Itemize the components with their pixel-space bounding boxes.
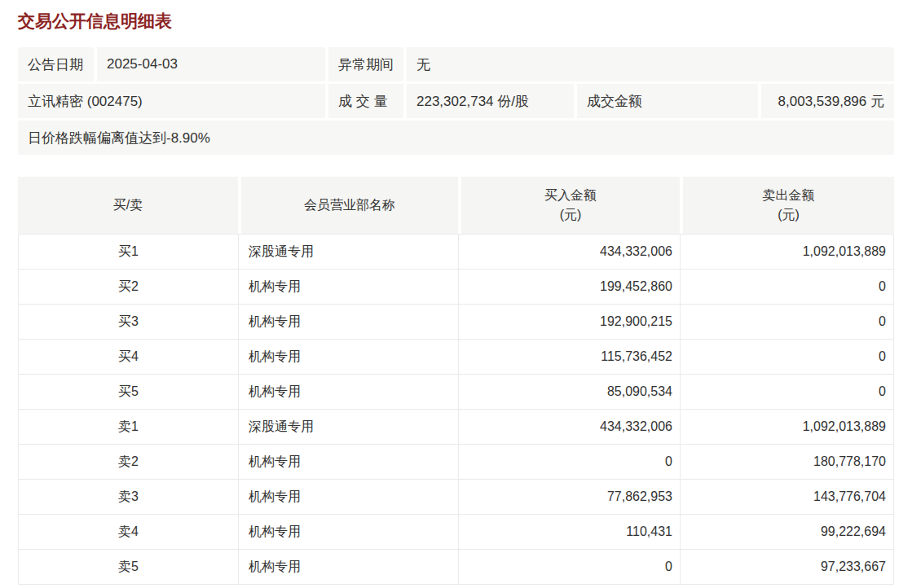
cell-side: 卖3: [19, 480, 238, 514]
header-branch: 会员营业部名称: [238, 177, 458, 234]
summary-info-table: 公告日期 2025-04-03 异常期间 无 立讯精密 (002475) 成 交…: [18, 47, 894, 155]
table-body: 买1 深股通专用 434,332,006 1,092,013,889 买2 机构…: [18, 234, 894, 585]
trade-disclosure-page: 交易公开信息明细表 公告日期 2025-04-03 异常期间 无 立讯精密 (0…: [0, 0, 912, 585]
cell-branch: 机构专用: [238, 340, 458, 374]
cell-sell: 0: [680, 270, 893, 304]
cell-buy: 85,090,534: [458, 375, 680, 409]
abnormal-period-value: 无: [407, 47, 894, 81]
cell-buy: 115,736,452: [458, 340, 680, 374]
volume-label: 成 交 量: [328, 84, 403, 118]
table-row: 买4 机构专用 115,736,452 0: [19, 339, 893, 374]
header-side: 买/卖: [18, 177, 238, 234]
cell-sell: 0: [680, 305, 893, 339]
turnover-value: 8,003,539,896 元: [761, 84, 894, 118]
header-sell-amount: 卖出金额 (元): [680, 177, 894, 234]
table-row: 卖3 机构专用 77,862,953 143,776,704: [19, 479, 893, 514]
cell-side: 卖4: [19, 515, 238, 549]
broker-seat-table: 买/卖 会员营业部名称 买入金额 (元) 卖出金额 (元) 买1 深股通专用 4…: [18, 177, 894, 585]
cell-branch: 机构专用: [238, 270, 458, 304]
cell-branch: 机构专用: [238, 445, 458, 479]
table-row: 卖1 深股通专用 434,332,006 1,092,013,889: [19, 409, 893, 444]
cell-buy: 0: [458, 445, 680, 479]
table-row: 买5 机构专用 85,090,534 0: [19, 374, 893, 409]
table-row: 买2 机构专用 199,452,860 0: [19, 269, 893, 304]
deviation-note: 日价格跌幅偏离值达到-8.90%: [18, 121, 894, 155]
cell-sell: 0: [680, 340, 893, 374]
cell-sell: 1,092,013,889: [680, 235, 893, 269]
cell-side: 卖5: [19, 550, 238, 584]
cell-side: 卖2: [19, 445, 238, 479]
cell-buy: 110,431: [458, 515, 680, 549]
volume-value: 223,302,734 份/股: [407, 84, 574, 118]
cell-side: 买1: [19, 235, 238, 269]
table-row: 买3 机构专用 192,900,215 0: [19, 304, 893, 339]
cell-buy: 434,332,006: [458, 235, 680, 269]
cell-sell: 97,233,667: [680, 550, 893, 584]
cell-branch: 深股通专用: [238, 410, 458, 444]
cell-side: 买3: [19, 305, 238, 339]
cell-side: 买4: [19, 340, 238, 374]
info-row-stock: 立讯精密 (002475) 成 交 量 223,302,734 份/股 成交金额…: [18, 84, 894, 118]
cell-buy: 0: [458, 550, 680, 584]
cell-buy: 77,862,953: [458, 480, 680, 514]
cell-side: 买5: [19, 375, 238, 409]
abnormal-period-label: 异常期间: [328, 47, 403, 81]
cell-branch: 机构专用: [238, 515, 458, 549]
header-buy-amount: 买入金额 (元): [458, 177, 680, 234]
table-row: 卖5 机构专用 0 97,233,667: [19, 549, 893, 584]
announce-date-label: 公告日期: [18, 47, 94, 81]
table-row: 卖2 机构专用 0 180,778,170: [19, 444, 893, 479]
cell-sell: 143,776,704: [680, 480, 893, 514]
cell-sell: 180,778,170: [680, 445, 893, 479]
table-row: 买1 深股通专用 434,332,006 1,092,013,889: [19, 235, 893, 269]
stock-name-code: 立讯精密 (002475): [18, 84, 325, 118]
cell-side: 卖1: [19, 410, 238, 444]
table-header-row: 买/卖 会员营业部名称 买入金额 (元) 卖出金额 (元): [18, 177, 894, 234]
cell-branch: 机构专用: [238, 550, 458, 584]
cell-branch: 机构专用: [238, 480, 458, 514]
cell-sell: 0: [680, 375, 893, 409]
announce-date-value: 2025-04-03: [97, 47, 325, 81]
cell-side: 买2: [19, 270, 238, 304]
cell-sell: 99,222,694: [680, 515, 893, 549]
table-row: 卖4 机构专用 110,431 99,222,694: [19, 514, 893, 549]
cell-buy: 434,332,006: [458, 410, 680, 444]
page-title: 交易公开信息明细表: [18, 10, 894, 33]
info-row-deviation: 日价格跌幅偏离值达到-8.90%: [18, 121, 894, 155]
turnover-label: 成交金额: [577, 84, 758, 118]
cell-sell: 1,092,013,889: [680, 410, 893, 444]
info-row-date: 公告日期 2025-04-03 异常期间 无: [18, 47, 894, 81]
cell-branch: 机构专用: [238, 305, 458, 339]
cell-branch: 机构专用: [238, 375, 458, 409]
cell-branch: 深股通专用: [238, 235, 458, 269]
cell-buy: 192,900,215: [458, 305, 680, 339]
cell-buy: 199,452,860: [458, 270, 680, 304]
